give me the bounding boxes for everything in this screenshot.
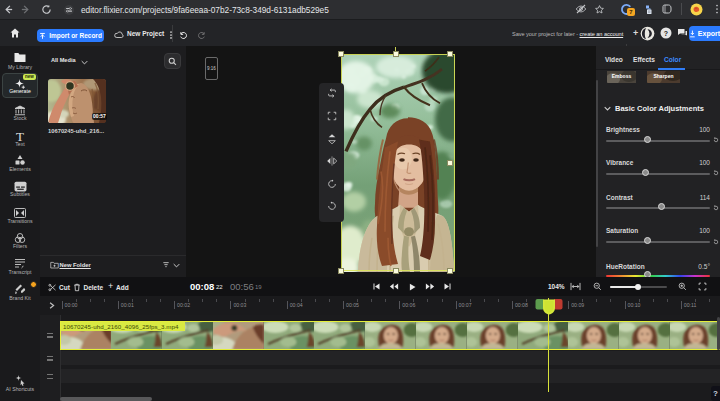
svg-text:?: ? [664,30,668,37]
